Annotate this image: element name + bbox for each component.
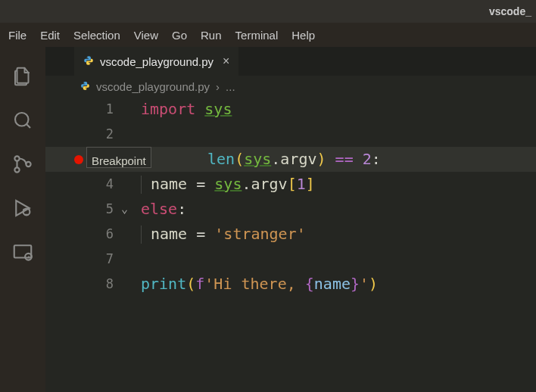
- svg-point-0: [15, 113, 29, 126]
- source-control-icon[interactable]: [10, 151, 36, 177]
- python-file-icon: [80, 80, 90, 93]
- title-bar: vscode_: [0, 0, 536, 23]
- gutter[interactable]: 5: [45, 197, 121, 222]
- gutter[interactable]: 4: [45, 172, 121, 197]
- window-title: vscode_: [489, 5, 531, 17]
- menu-bar: File Edit Selection View Go Run Terminal…: [0, 23, 536, 47]
- menu-edit[interactable]: Edit: [33, 26, 67, 44]
- menu-go[interactable]: Go: [165, 26, 194, 44]
- code-line[interactable]: 7: [45, 247, 536, 272]
- menu-help[interactable]: Help: [285, 26, 322, 44]
- gutter[interactable]: 2: [45, 122, 121, 147]
- menu-selection[interactable]: Selection: [67, 26, 127, 44]
- menu-view[interactable]: View: [127, 26, 165, 44]
- breakpoint-icon[interactable]: [74, 155, 83, 164]
- code-line[interactable]: 2: [45, 122, 536, 147]
- gutter[interactable]: 8: [45, 272, 121, 297]
- editor-area: vscode_playground.py × vscode_playground…: [45, 47, 536, 392]
- chevron-right-icon: ›: [216, 80, 220, 93]
- code-line[interactable]: 1 import sys: [45, 97, 536, 122]
- tab-label: vscode_playground.py: [100, 55, 213, 68]
- gutter[interactable]: 1: [45, 97, 121, 122]
- svg-point-2: [14, 167, 19, 172]
- svg-rect-5: [14, 245, 32, 257]
- code-line[interactable]: 5 ⌄ else:: [45, 197, 536, 222]
- breadcrumb-rest: ...: [226, 80, 235, 93]
- breadcrumb[interactable]: vscode_playground.py › ...: [45, 76, 536, 97]
- activity-bar: [0, 47, 45, 392]
- search-icon[interactable]: [10, 107, 36, 133]
- gutter[interactable]: 7: [45, 247, 121, 272]
- remote-icon[interactable]: [10, 239, 36, 265]
- menu-run[interactable]: Run: [194, 26, 229, 44]
- code-line[interactable]: Breakpoint len(sys.argv) == 2:: [45, 147, 536, 172]
- tab-vscode-playground[interactable]: vscode_playground.py ×: [74, 47, 238, 76]
- tab-bar: vscode_playground.py ×: [45, 47, 536, 76]
- code-line[interactable]: 4 name = sys.argv[1]: [45, 172, 536, 197]
- breakpoint-tooltip: Breakpoint: [86, 147, 151, 168]
- svg-point-1: [14, 156, 19, 160]
- menu-terminal[interactable]: Terminal: [229, 26, 285, 44]
- breadcrumb-file: vscode_playground.py: [96, 80, 210, 93]
- code-line[interactable]: 6 name = 'stranger': [45, 222, 536, 247]
- code-line[interactable]: 8 print(f'Hi there, {name}'): [45, 272, 536, 297]
- gutter[interactable]: 6: [45, 222, 121, 247]
- files-icon[interactable]: [10, 64, 36, 89]
- close-icon[interactable]: ×: [223, 54, 229, 68]
- python-file-icon: [83, 55, 94, 68]
- run-debug-icon[interactable]: [10, 195, 36, 221]
- menu-file[interactable]: File: [2, 26, 33, 44]
- code-editor[interactable]: 1 import sys 2 Breakpoint: [45, 97, 536, 297]
- fold-icon[interactable]: ⌄: [121, 197, 141, 222]
